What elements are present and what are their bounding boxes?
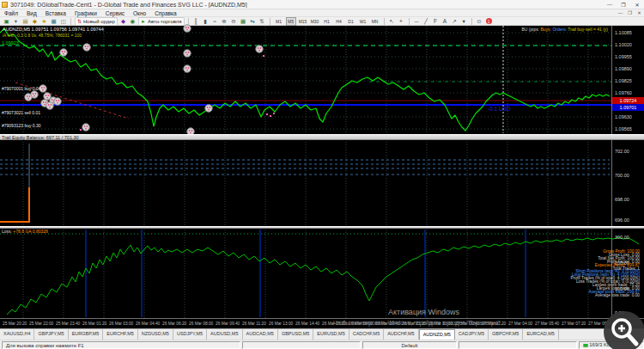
mdi-restore-button[interactable]: ❐	[625, 10, 635, 15]
connection-bars-icon: ▮▮▮	[583, 341, 587, 349]
text-span: Trail buy-sell = 41 (y)	[568, 27, 608, 32]
scale-label: 1.09890	[615, 66, 632, 71]
close-button[interactable]: ✕	[630, 2, 644, 8]
chart-tab-eurchfm5[interactable]: EURCHF,M5	[103, 329, 137, 340]
bottom-pane-label: Loss: +78.8 GA 0.80328	[2, 229, 48, 234]
time-label: 26 Mar 13:00	[269, 321, 293, 326]
toolbar-separator	[409, 18, 410, 25]
chart-tab-eurgbpm5[interactable]: EURGBP,M5	[69, 329, 104, 340]
auto-scroll-icon[interactable]: ⇆	[249, 18, 257, 25]
chart-tab-gbpchfm5[interactable]: GBPCHF,M5	[489, 329, 523, 340]
favorites-icon[interactable]: ★	[40, 18, 48, 25]
chart-tab-cadchfm5[interactable]: CADCHF,M5	[349, 329, 384, 340]
menu-item-графики[interactable]: Графики	[70, 10, 101, 16]
trend-line-red	[15, 83, 129, 119]
timeframe-button-m30[interactable]: M30	[310, 17, 320, 26]
shapes-dropdown-icon[interactable]: ▾	[460, 18, 468, 25]
timeframe-button-h4[interactable]: H4	[334, 17, 344, 26]
toolbar-separator	[70, 18, 71, 25]
mdi-close-button[interactable]: ✕	[635, 10, 644, 15]
profiles-icon[interactable]: ▤	[21, 18, 29, 25]
trade-statistics: Gross Profit: 100.00Gross Loss: 0.00Tota…	[570, 250, 640, 297]
scale-label: 1.09825	[615, 78, 632, 83]
line-chart-icon[interactable]: ≈	[211, 18, 219, 25]
pane-separator-bottom[interactable]	[0, 226, 644, 229]
zoom-out-icon[interactable]: ⊖	[230, 18, 238, 25]
trade-marker-smiley	[39, 85, 46, 92]
trade-marker-smiley	[46, 102, 53, 109]
chart-tab-eurusdm5[interactable]: EURUSD,M5	[313, 329, 349, 340]
maximize-button[interactable]: ❐	[617, 2, 630, 8]
menu-item-справка[interactable]: Справка	[150, 10, 181, 16]
chart-tab-eurcadm5[interactable]: EURCAD,M5	[523, 329, 558, 340]
signal-dot	[273, 113, 275, 114]
tile-windows-icon[interactable]: ▦	[240, 18, 247, 25]
chart-tab-cadjpym5[interactable]: CADJPY,M5	[455, 329, 489, 340]
timeframe-button-d1[interactable]: D1	[346, 17, 356, 26]
chart-tab-audusdm5[interactable]: AUDUSD,M5	[207, 329, 242, 340]
chart-tab-gbpjpym5[interactable]: GBPJPY,M5	[34, 329, 68, 340]
chart-tab-xauusdh4[interactable]: XAUUSD,H4	[0, 329, 34, 340]
arrow-tool-icon[interactable]: ↗	[451, 18, 459, 25]
crosshair-icon[interactable]: +	[398, 18, 405, 25]
trendline-icon[interactable]: ╱	[422, 18, 430, 25]
timeframe-button-m15[interactable]: M15	[298, 17, 308, 26]
signal-dot	[266, 113, 268, 115]
menu-item-файл[interactable]: Файл	[0, 10, 22, 16]
terminal-icon[interactable]: ◫	[59, 18, 67, 25]
chart-tab-nzdusdm5[interactable]: NZDUSD,M5	[138, 329, 173, 340]
minimize-button[interactable]: —	[603, 2, 617, 7]
trade-marker-smiley	[82, 124, 89, 131]
chart-tab-audchfm5[interactable]: AUDCHF,M5	[384, 329, 418, 340]
fibonacci-icon[interactable]: F	[432, 18, 440, 25]
chart-tab-gbpusdm5[interactable]: GBPUSD,M5	[278, 329, 313, 340]
toolbar-separator	[384, 18, 385, 25]
toolbar-separator	[188, 18, 189, 25]
price-line	[0, 28, 610, 131]
menu-item-вставка[interactable]: Вставка	[41, 10, 70, 16]
new-chart-icon[interactable]: ▣	[3, 18, 10, 25]
menu-item-вид[interactable]: Вид	[22, 10, 41, 16]
bar-chart-icon[interactable]: ║	[192, 18, 200, 25]
new-order-button[interactable]: ⇅Новый ордер	[75, 17, 118, 26]
status-bar: Для вызова справки нажмите F1 Default ▮▮…	[0, 340, 644, 349]
strategy-tester-icon[interactable]: ◉	[129, 18, 137, 25]
notification-badge[interactable]: 1	[486, 18, 492, 24]
menu-item-окно[interactable]: Окно	[129, 10, 150, 16]
chart-canvas[interactable]	[0, 0, 644, 349]
market-watch-icon[interactable]: ◆	[31, 18, 39, 25]
chart-shift-icon[interactable]: ⇅	[258, 18, 266, 25]
chart-dropdown-icon[interactable]: ▾	[12, 18, 20, 25]
zoom-in-icon[interactable]: ⊕	[221, 18, 228, 25]
title-bar: 3071049: DGlobalTrade-Cent1 - D-Global T…	[0, 0, 644, 9]
timeframe-button-mn[interactable]: MN	[370, 17, 380, 26]
ask-price-box: 1.09724	[612, 97, 644, 104]
indicators-icon[interactable]: ⊙	[476, 18, 483, 25]
signal-dot	[270, 115, 271, 117]
timeframe-button-h1[interactable]: H1	[322, 17, 332, 26]
text-label-icon[interactable]: A	[441, 18, 449, 25]
middle-pane-label: Trail Equity Balance: 697.11 / 701.30	[0, 135, 644, 140]
chart-tab-audnzdm5[interactable]: AUDNZD,M5	[419, 329, 455, 340]
chart-tab-usdjpym5[interactable]: USDJPY,M5	[173, 329, 207, 340]
order-label: #79093123 buy 0.30	[2, 123, 41, 128]
mdi-minimize-button[interactable]: —	[616, 10, 625, 15]
timeframe-button-w1[interactable]: W1	[358, 17, 368, 26]
magnifier-overlay	[604, 311, 644, 349]
text-span: +78.8 GA 0.80328	[13, 229, 47, 234]
autotrading-button[interactable]: ►Авто-торговля	[138, 17, 185, 26]
chart-tab-audcadm5[interactable]: AUDCAD,M5	[243, 329, 278, 340]
status-profile[interactable]: Default	[362, 341, 457, 349]
candlestick-icon[interactable]: ▮	[202, 18, 210, 25]
pane-separator-middle[interactable]: Trail Equity Balance: 697.11 / 701.30	[0, 134, 644, 140]
timeframe-button-m5[interactable]: M5	[286, 17, 296, 26]
horizontal-line-icon[interactable]: ─	[413, 18, 421, 25]
timeframe-button-m1[interactable]: M1	[274, 17, 284, 26]
metaeditor-icon[interactable]: ◆	[119, 18, 127, 25]
scale-label: 300.00	[615, 235, 629, 240]
time-axis[interactable]: 299.87 25 Mar 20:2025 Mar 22:0025 Mar 23…	[0, 318, 644, 328]
menu-item-сервис[interactable]: Сервис	[101, 10, 129, 16]
cursor-icon[interactable]: ↖	[388, 18, 396, 25]
data-window-icon[interactable]: ▦	[50, 18, 58, 25]
trade-marker-smiley	[83, 44, 90, 51]
